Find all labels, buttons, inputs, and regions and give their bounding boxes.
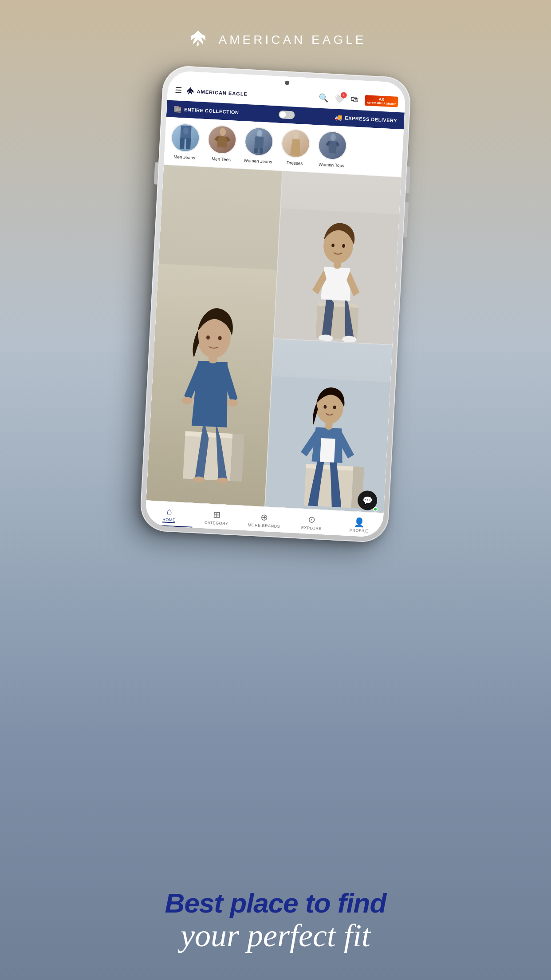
phone-screen: ☰ AMERICAN EAGLE 🔍 🤍 1 [145, 71, 406, 538]
svg-point-9 [293, 132, 299, 139]
man-white-figure [274, 171, 401, 344]
nav-explore[interactable]: ⊙ EXPLORE [287, 513, 336, 532]
category-icon: ⊞ [213, 509, 221, 520]
nav-active-indicator [145, 524, 193, 528]
svg-rect-14 [230, 434, 244, 482]
svg-rect-2 [185, 138, 190, 149]
nav-home[interactable]: ⌂ HOME [145, 505, 193, 524]
tagline-line1: Best place to find [28, 888, 523, 918]
svg-point-10 [330, 134, 336, 141]
profile-icon: 👤 [354, 516, 365, 527]
home-label: HOME [162, 517, 176, 523]
ae-logo: AMERICAN EAGLE [185, 86, 248, 99]
category-circle-women-jeans [244, 126, 274, 157]
express-delivery-label: EXPRESS DELIVERY [345, 115, 397, 123]
woman-jeans-figure [265, 339, 392, 513]
men-tees-label: Men Tees [212, 156, 231, 162]
category-circle-men-jeans [170, 122, 201, 153]
category-circle-dresses [280, 128, 311, 158]
ae-brand-text: AMERICAN EAGLE [197, 89, 248, 97]
more-brands-label: MORE BRANDS [248, 522, 280, 529]
category-men-tees[interactable]: Men Tees [205, 124, 240, 163]
bag-icon[interactable]: 🛍 [350, 95, 359, 105]
nav-more-brands[interactable]: ⊕ MORE BRANDS [240, 510, 288, 529]
app-screen: ☰ AMERICAN EAGLE 🔍 🤍 1 [145, 71, 406, 538]
dresses-label: Dresses [287, 160, 303, 166]
women-jeans-label: Women Jeans [244, 158, 272, 165]
delivery-icon: 🚚 [335, 114, 342, 121]
phone-mockup: ☰ AMERICAN EAGLE 🔍 🤍 1 [139, 65, 412, 543]
front-camera [285, 80, 290, 85]
express-delivery-option[interactable]: 🚚 EXPRESS DELIVERY [335, 114, 398, 124]
svg-rect-6 [254, 136, 264, 149]
home-icon: ⌂ [166, 506, 172, 517]
brand-name-text: AMERICAN EAGLE [219, 33, 366, 47]
wishlist-badge: 1 [340, 92, 347, 99]
category-label: CATEGORY [205, 520, 228, 526]
phone-side-button [154, 162, 159, 184]
header-left: ☰ AMERICAN EAGLE [174, 85, 248, 99]
entire-collection-label: ENTIRE COLLECTION [184, 107, 239, 115]
product-cell-woman-jeans[interactable] [265, 339, 392, 513]
product-grid [146, 165, 401, 513]
nav-category[interactable]: ⊞ CATEGORY [193, 508, 241, 526]
phone-outer-frame: ☰ AMERICAN EAGLE 🔍 🤍 1 [139, 65, 412, 543]
explore-label: EXPLORE [301, 525, 322, 530]
category-circle-men-tees [207, 125, 237, 155]
more-brands-icon: ⊕ [260, 511, 268, 522]
nav-profile[interactable]: 👤 PROFILE [335, 515, 383, 534]
product-cell-woman-denim[interactable] [146, 165, 282, 506]
category-men-jeans[interactable]: Men Jeans [168, 122, 203, 161]
profile-label: PROFILE [350, 528, 368, 533]
category-women-jeans[interactable]: Women Jeans [241, 126, 276, 165]
collection-icon: 🏬 [173, 105, 181, 113]
category-women-tops[interactable]: Women Tops [315, 130, 350, 169]
bottom-tagline: Best place to find your perfect fit [28, 888, 523, 953]
svg-rect-7 [254, 148, 258, 153]
hamburger-menu-icon[interactable]: ☰ [174, 85, 182, 95]
svg-point-5 [256, 130, 262, 137]
explore-icon: ⊙ [308, 514, 316, 525]
svg-rect-36 [320, 439, 335, 463]
search-icon[interactable]: 🔍 [319, 93, 329, 103]
ae-eagle-icon [185, 86, 195, 96]
delivery-toggle[interactable] [279, 111, 295, 119]
tagline-line2: your perfect fit [28, 918, 523, 953]
chat-icon: 💬 [362, 495, 373, 506]
eagle-logo-icon [185, 27, 212, 53]
header-right: 🔍 🤍 1 🛍 AX ADITYA BIRLA GROUP [319, 92, 398, 107]
men-jeans-label: Men Jeans [173, 154, 196, 161]
woman-denim-figure [146, 165, 282, 506]
category-dresses[interactable]: Dresses [278, 128, 313, 167]
svg-rect-1 [180, 138, 185, 149]
brand-header: AMERICAN EAGLE [185, 27, 366, 53]
women-tops-label: Women Tops [319, 162, 345, 169]
wishlist-icon[interactable]: 🤍 1 [335, 94, 345, 104]
product-cell-man-white[interactable] [274, 171, 401, 344]
svg-rect-8 [259, 148, 263, 154]
entire-collection-option[interactable]: 🏬 ENTIRE COLLECTION [173, 105, 239, 116]
svg-point-4 [219, 128, 226, 136]
category-circle-women-tops [317, 130, 347, 161]
partner-badge: AX ADITYA BIRLA GROUP [365, 95, 398, 107]
